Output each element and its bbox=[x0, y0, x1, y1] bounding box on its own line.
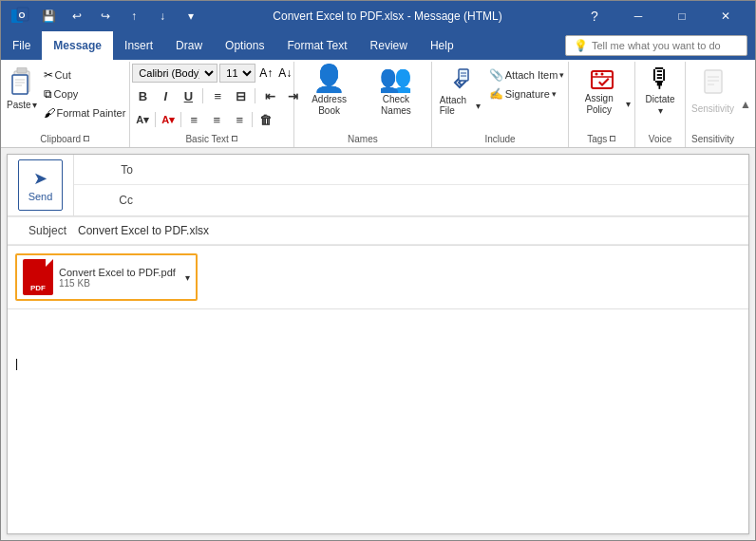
attachment-chip[interactable]: Convert Excel to PDF.pdf 115 KB ▾ bbox=[15, 253, 198, 301]
address-book-button[interactable]: 👤 Address Book bbox=[296, 64, 362, 119]
undo-qat-btn[interactable]: ↩ bbox=[66, 5, 88, 28]
attach-item-button[interactable]: 📎 Attach Item ▾ bbox=[487, 65, 567, 84]
cut-button[interactable]: ✂ Cut bbox=[42, 65, 128, 84]
paste-button[interactable]: Paste▾ bbox=[3, 64, 41, 112]
ribbon-content: Paste▾ ✂ Cut ⧉ Copy bbox=[1, 60, 755, 147]
save-qat-btn[interactable]: 💾 bbox=[37, 5, 60, 28]
compose-body[interactable] bbox=[8, 309, 748, 452]
close-btn[interactable]: ✕ bbox=[704, 1, 747, 31]
format-painter-button[interactable]: 🖌 Format Painter bbox=[42, 103, 128, 121]
attach-file-icon bbox=[447, 66, 472, 93]
attachment-size: 115 KB bbox=[59, 278, 176, 289]
compose-wrapper: ➤ Send To Cc Subject bbox=[7, 154, 749, 534]
tab-format-text[interactable]: Format Text bbox=[275, 31, 358, 60]
separator5 bbox=[252, 112, 253, 127]
check-names-button[interactable]: 👥 Check Names bbox=[363, 64, 429, 119]
attachment-name: Convert Excel to PDF.pdf bbox=[59, 267, 176, 278]
clipboard-group-btns: Paste▾ ✂ Cut ⧉ Copy bbox=[3, 64, 127, 132]
tab-message[interactable]: Message bbox=[42, 31, 113, 60]
down-qat-btn[interactable]: ↓ bbox=[151, 5, 174, 28]
cc-label: Cc bbox=[74, 194, 141, 207]
clipboard-small-col: ✂ Cut ⧉ Copy 🖌 Format Painter bbox=[42, 64, 128, 121]
align-left-button[interactable]: ≡ bbox=[183, 109, 204, 130]
customise-qat-btn[interactable]: ▾ bbox=[180, 5, 202, 28]
separator2 bbox=[255, 88, 255, 103]
svg-point-14 bbox=[595, 72, 597, 75]
tags-expand-icon[interactable]: ⧠ bbox=[609, 135, 616, 143]
underline-button[interactable]: U bbox=[178, 85, 198, 106]
subject-row: Subject Convert Excel to PDF.xlsx bbox=[8, 216, 748, 245]
tab-review[interactable]: Review bbox=[359, 31, 419, 60]
clipboard-expand-icon[interactable]: ⧠ bbox=[83, 135, 90, 143]
include-label: Include bbox=[434, 132, 567, 147]
maximize-btn[interactable]: □ bbox=[660, 1, 704, 31]
highlight-color-button[interactable]: A▾ bbox=[132, 109, 153, 130]
bold-button[interactable]: B bbox=[132, 85, 153, 106]
assign-policy-label: Assign Policy▾ bbox=[573, 93, 631, 116]
basic-text-expand-icon[interactable]: ⧠ bbox=[231, 135, 238, 143]
dictate-icon: 🎙 bbox=[647, 65, 673, 92]
signature-button[interactable]: ✍ Signature ▾ bbox=[487, 84, 567, 103]
names-group-btns: 👤 Address Book 👥 Check Names bbox=[296, 64, 429, 132]
tab-options[interactable]: Options bbox=[214, 31, 275, 60]
check-names-label: Check Names bbox=[369, 94, 424, 117]
tell-me-input[interactable] bbox=[592, 40, 739, 51]
tab-file[interactable]: File bbox=[1, 31, 42, 60]
decrease-indent-button[interactable]: ⇤ bbox=[259, 85, 280, 106]
copy-label: Copy bbox=[54, 88, 79, 100]
ribbon-groups-row: Paste▾ ✂ Cut ⧉ Copy bbox=[1, 60, 755, 147]
align-right-button[interactable]: ≡ bbox=[229, 109, 250, 130]
clear-format-button[interactable]: 🗑 bbox=[255, 109, 275, 130]
address-book-label: Address Book bbox=[302, 94, 356, 117]
align-center-button[interactable]: ≡ bbox=[206, 109, 227, 130]
to-input[interactable] bbox=[141, 158, 748, 182]
sensitivity-group-btns: Sensitivity bbox=[688, 64, 738, 132]
title-bar-left: O 💾 ↩ ↪ ↑ ↓ ▾ bbox=[9, 5, 202, 28]
font-color-button[interactable]: A▾ bbox=[158, 109, 179, 130]
basic-text-label: Basic Text ⧠ bbox=[132, 132, 292, 147]
tab-draw[interactable]: Draw bbox=[164, 31, 214, 60]
format-painter-icon: 🖌 bbox=[44, 106, 55, 120]
dictate-button[interactable]: 🎙 Dictate ▾ bbox=[637, 64, 683, 119]
redo-qat-btn[interactable]: ↪ bbox=[94, 5, 117, 28]
attachment-info: Convert Excel to PDF.pdf 115 KB bbox=[59, 267, 176, 289]
clipboard-group: Paste▾ ✂ Cut ⧉ Copy bbox=[1, 62, 130, 147]
names-label: Names bbox=[296, 132, 429, 147]
assign-policy-button[interactable]: Assign Policy▾ bbox=[571, 64, 633, 119]
send-button[interactable]: ➤ Send bbox=[18, 159, 64, 211]
font-size-select[interactable]: 11 bbox=[219, 64, 255, 83]
signature-label: Signature bbox=[505, 88, 550, 100]
tell-me-box[interactable]: 💡 bbox=[565, 35, 747, 56]
sensitivity-group-label: Sensitivity bbox=[688, 132, 738, 147]
italic-button[interactable]: I bbox=[155, 85, 176, 106]
up-qat-btn[interactable]: ↑ bbox=[123, 5, 145, 28]
font-row-2: B I U ≡ ⊟ ⇤ ⇥ bbox=[132, 85, 303, 106]
cc-input[interactable] bbox=[141, 188, 748, 213]
attach-file-button[interactable]: Attach File▾ bbox=[434, 64, 486, 119]
font-grow-btn[interactable]: A↑ bbox=[257, 65, 274, 82]
separator4 bbox=[180, 112, 181, 127]
copy-button[interactable]: ⧉ Copy bbox=[42, 84, 128, 103]
names-group: 👤 Address Book 👥 Check Names Names bbox=[294, 62, 432, 147]
separator3 bbox=[155, 112, 156, 127]
minimize-btn[interactable]: ─ bbox=[616, 1, 660, 31]
help-btn[interactable]: ? bbox=[573, 1, 616, 31]
tab-help[interactable]: Help bbox=[419, 31, 465, 60]
window-controls: ? ─ □ ✕ bbox=[573, 1, 747, 31]
address-book-icon: 👤 bbox=[312, 65, 346, 92]
font-shrink-btn[interactable]: A↓ bbox=[276, 65, 293, 82]
sensitivity-button[interactable]: Sensitivity bbox=[688, 64, 738, 119]
svg-rect-5 bbox=[12, 75, 28, 94]
tab-insert[interactable]: Insert bbox=[113, 31, 164, 60]
cc-field-row: Cc bbox=[74, 185, 748, 215]
attach-item-arrow: ▾ bbox=[559, 70, 564, 80]
ribbon-collapse-btn[interactable]: ▲ bbox=[740, 62, 755, 147]
bullets-button[interactable]: ≡ bbox=[207, 85, 228, 106]
font-family-select[interactable]: Calibri (Body) bbox=[132, 64, 217, 83]
to-label: To bbox=[74, 163, 141, 177]
basic-text-group: Calibri (Body) 11 A↑ A↓ B I U ≡ bbox=[130, 62, 294, 147]
outlook-icon: O bbox=[9, 5, 31, 28]
sensitivity-label: Sensitivity bbox=[691, 103, 734, 114]
attachment-dropdown-arrow[interactable]: ▾ bbox=[185, 272, 190, 283]
numbering-button[interactable]: ⊟ bbox=[230, 85, 251, 106]
